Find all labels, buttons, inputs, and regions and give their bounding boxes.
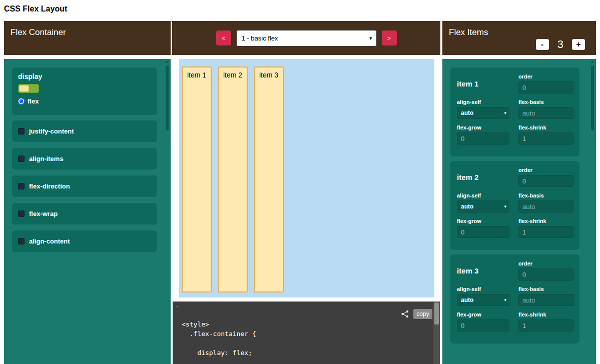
code-panel: . copy <style> .flex-container { display…: [173, 302, 440, 364]
flex-wrap-checkbox[interactable]: [18, 210, 25, 217]
scroll-up-icon[interactable]: ▲: [589, 59, 595, 65]
item-3-align-self-select[interactable]: auto: [457, 294, 509, 306]
preset-nav-header: < 1 - basic flex ▾ >: [172, 21, 440, 55]
item-1-order-field: order: [518, 74, 573, 94]
item-2-order-field: order: [518, 167, 573, 187]
align-items-group[interactable]: align-items: [12, 148, 157, 170]
item-1-order-input[interactable]: [518, 82, 573, 94]
flex-container-panel: display flex justify-content align-items…: [4, 59, 171, 364]
item-2-align-self-wrap: auto ▾: [457, 200, 509, 212]
flex-shrink-label: flex-shrink: [518, 218, 573, 224]
align-self-label: align-self: [457, 192, 509, 198]
flex-basis-label: flex-basis: [518, 99, 573, 105]
justify-content-group[interactable]: justify-content: [12, 120, 157, 142]
item-3-flex-basis-field: flex-basis: [518, 286, 573, 306]
item-2-order-input[interactable]: [518, 175, 573, 187]
item-3-flex-basis-input[interactable]: [518, 294, 573, 306]
display-flex-radio[interactable]: [18, 98, 25, 104]
item-2-flex-basis-input[interactable]: [518, 200, 573, 212]
item-3-flex-shrink-field: flex-shrink: [518, 312, 573, 332]
flex-grow-label: flex-grow: [457, 312, 509, 318]
container-scrollbar-thumb[interactable]: [166, 66, 169, 130]
preview-item-3: item 3: [254, 66, 284, 292]
align-items-label: align-items: [29, 155, 64, 162]
align-content-checkbox[interactable]: [18, 238, 25, 244]
prev-preset-button[interactable]: <: [216, 30, 231, 46]
share-icon[interactable]: [401, 310, 409, 318]
order-label: order: [518, 260, 573, 266]
display-group: display flex: [12, 68, 157, 115]
align-content-group[interactable]: align-content: [12, 230, 157, 252]
item-1-card: item 1 order align-self auto ▾ flex-basi…: [450, 68, 579, 156]
preset-select[interactable]: 1 - basic flex: [236, 30, 377, 46]
code-scrollbar-thumb[interactable]: [434, 302, 439, 324]
page-title: CSS Flex Layout: [4, 4, 67, 14]
scroll-up-icon[interactable]: ▲: [164, 59, 170, 65]
flex-items-panel: item 1 order align-self auto ▾ flex-basi…: [442, 59, 596, 364]
item-3-flex-shrink-input[interactable]: [518, 320, 573, 332]
display-label: display: [18, 72, 151, 80]
code-text: <style> .flex-container { display: flex;: [182, 320, 256, 358]
item-2-flex-grow-input[interactable]: [457, 226, 509, 238]
item-3-order-input[interactable]: [518, 268, 573, 280]
remove-item-button[interactable]: -: [536, 39, 549, 50]
item-1-flex-grow-field: flex-grow: [457, 124, 509, 144]
item-1-flex-basis-input[interactable]: [518, 107, 573, 119]
item-2-align-self-field: align-self auto ▾: [457, 192, 509, 212]
flex-grow-label: flex-grow: [457, 218, 509, 224]
items-scrollbar-thumb[interactable]: [591, 66, 594, 130]
order-label: order: [518, 167, 573, 173]
next-preset-button[interactable]: >: [382, 30, 397, 46]
align-items-checkbox[interactable]: [18, 156, 25, 162]
align-self-label: align-self: [457, 286, 509, 292]
item-1-align-self-select[interactable]: auto: [457, 107, 509, 119]
flex-items-title: Flex Items: [449, 28, 488, 38]
code-dot: .: [176, 302, 178, 308]
item-1-flex-basis-field: flex-basis: [518, 99, 573, 119]
item-1-align-self-wrap: auto ▾: [457, 107, 509, 119]
item-1-align-self-field: align-self auto ▾: [457, 99, 509, 119]
preview-item-1: item 1: [182, 66, 212, 292]
item-2-title: item 2: [457, 173, 509, 182]
container-panel-scrollbar[interactable]: ▲: [164, 59, 170, 364]
preview-item-2: item 2: [218, 66, 248, 292]
item-1-flex-grow-input[interactable]: [457, 132, 509, 144]
code-scrollbar[interactable]: [433, 302, 440, 364]
item-3-align-self-wrap: auto ▾: [457, 294, 509, 306]
flex-direction-group[interactable]: flex-direction: [12, 176, 157, 197]
justify-content-checkbox[interactable]: [18, 128, 25, 134]
flex-shrink-label: flex-shrink: [518, 312, 573, 318]
flex-direction-label: flex-direction: [29, 182, 70, 190]
flex-container-header: Flex Container: [4, 21, 171, 55]
item-2-flex-basis-field: flex-basis: [518, 192, 573, 212]
flex-basis-label: flex-basis: [518, 192, 573, 198]
item-2-flex-shrink-field: flex-shrink: [518, 218, 573, 238]
item-2-align-self-select[interactable]: auto: [457, 200, 509, 212]
flex-wrap-group[interactable]: flex-wrap: [12, 203, 157, 224]
order-label: order: [518, 74, 573, 80]
item-1-flex-shrink-field: flex-shrink: [518, 124, 573, 144]
item-1-title: item 1: [457, 80, 509, 88]
justify-content-label: justify-content: [29, 128, 74, 135]
flex-container-title: Flex Container: [11, 28, 66, 38]
item-3-flex-grow-field: flex-grow: [457, 312, 509, 332]
item-3-flex-grow-input[interactable]: [457, 320, 509, 332]
flex-preview-container: item 1 item 2 item 3: [179, 59, 434, 298]
display-flex-option[interactable]: flex: [18, 98, 151, 105]
item-1-flex-shrink-input[interactable]: [518, 132, 573, 144]
flex-direction-checkbox[interactable]: [18, 183, 25, 190]
preset-select-wrap: 1 - basic flex ▾: [236, 30, 377, 46]
flex-grow-label: flex-grow: [457, 124, 509, 130]
copy-button[interactable]: copy: [413, 309, 432, 319]
items-panel-scrollbar[interactable]: ▲: [589, 59, 595, 364]
align-content-label: align-content: [29, 238, 70, 245]
item-2-flex-shrink-input[interactable]: [518, 226, 573, 238]
item-count-controls: - 3 +: [536, 38, 585, 51]
item-3-order-field: order: [518, 260, 573, 280]
item-2-flex-grow-field: flex-grow: [457, 218, 509, 238]
item-count-value: 3: [557, 38, 563, 51]
add-item-button[interactable]: +: [572, 39, 585, 50]
display-toggle[interactable]: [18, 84, 39, 93]
align-self-label: align-self: [457, 99, 509, 105]
display-toggle-knob: [19, 85, 29, 92]
